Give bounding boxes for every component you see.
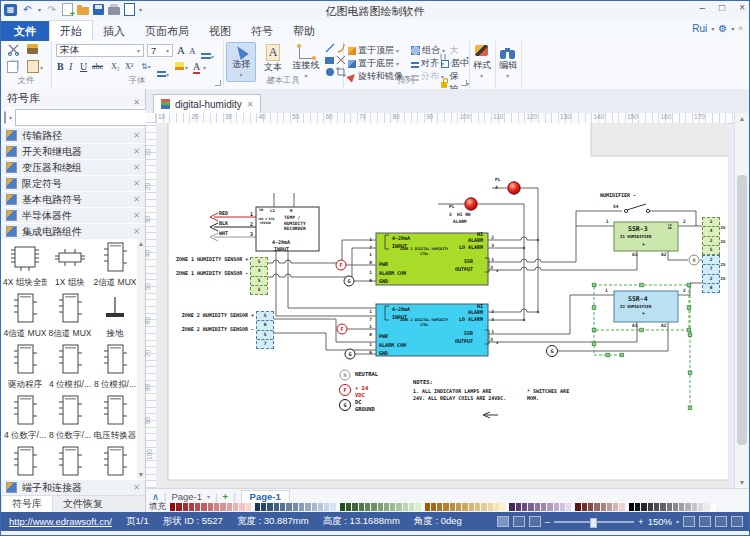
color-swatch[interactable] — [274, 503, 279, 511]
color-swatch[interactable] — [378, 503, 383, 511]
category-row[interactable]: 变压器和绕组✕ — [1, 159, 145, 176]
color-swatch[interactable] — [456, 503, 461, 511]
category-close-icon[interactable]: ✕ — [133, 211, 140, 220]
paste-icon[interactable] — [27, 60, 39, 73]
arrange-dialog-launcher[interactable] — [461, 80, 467, 86]
settings-caret-icon[interactable]: ▾ — [731, 25, 734, 32]
color-swatch[interactable] — [641, 503, 646, 511]
symbol-item[interactable]: 接地 — [93, 292, 137, 340]
color-swatch[interactable] — [673, 503, 678, 511]
cut-scissors-icon[interactable] — [7, 44, 21, 56]
color-swatch[interactable] — [280, 503, 285, 511]
ribbon-tab-3[interactable]: 插入 — [93, 21, 135, 41]
color-swatch[interactable] — [359, 503, 364, 511]
color-swatch[interactable] — [431, 503, 436, 511]
scrollbar-thumb[interactable] — [737, 175, 747, 445]
style-caret-icon[interactable]: ▾ — [480, 72, 483, 79]
symbol-item[interactable]: 4信道 MUX — [3, 292, 47, 340]
bold-button[interactable]: B — [57, 61, 64, 72]
color-swatch[interactable] — [365, 503, 370, 511]
document-tab[interactable]: digital-humidity ✕ — [153, 94, 261, 113]
color-swatch[interactable] — [352, 503, 357, 511]
color-swatch[interactable] — [305, 503, 310, 511]
color-swatch[interactable] — [443, 503, 448, 511]
font-family-select[interactable]: 宋体▾ — [56, 44, 144, 57]
collapse-pagebar-icon[interactable]: ∧ — [152, 491, 159, 502]
color-swatch[interactable] — [195, 503, 200, 511]
category-terminals[interactable]: 端子和连接器 ✕ — [1, 479, 145, 496]
color-swatch[interactable] — [629, 503, 634, 511]
color-swatch[interactable] — [437, 503, 442, 511]
symbol-item[interactable]: 4X 组块全部 — [3, 241, 47, 289]
color-swatch[interactable] — [183, 503, 188, 511]
format-painter-icon[interactable] — [27, 44, 38, 54]
color-swatch[interactable] — [522, 503, 527, 511]
category-row[interactable]: 开关和继电器✕ — [1, 143, 145, 160]
font-dialog-launcher[interactable] — [215, 80, 221, 86]
color-swatch[interactable] — [488, 503, 493, 511]
color-swatch[interactable] — [554, 503, 559, 511]
font-color-caret-icon[interactable]: ▾ — [203, 64, 206, 71]
align-button[interactable]: 对齐▾ — [411, 57, 444, 70]
symbol-item[interactable]: 电压转换器 — [93, 394, 137, 442]
view-presentation-icon[interactable] — [529, 516, 541, 527]
color-swatch[interactable] — [390, 503, 395, 511]
pan-window-icon[interactable] — [699, 516, 711, 527]
category-close-icon[interactable]: ✕ — [133, 483, 140, 492]
category-row[interactable]: 基本电路符号✕ — [1, 191, 145, 208]
maximize-button[interactable]: □ — [719, 2, 725, 13]
pilot-lamp-pl3[interactable] — [465, 198, 477, 210]
color-swatch[interactable] — [396, 503, 401, 511]
color-swatch[interactable] — [261, 503, 266, 511]
color-swatch[interactable] — [648, 503, 653, 511]
color-swatch[interactable] — [403, 503, 408, 511]
color-swatch[interactable] — [318, 503, 323, 511]
color-swatch[interactable] — [494, 503, 499, 511]
scroll-down-icon[interactable]: ▼ — [735, 479, 749, 486]
color-swatch[interactable] — [450, 503, 455, 511]
copy-icon[interactable] — [7, 61, 18, 73]
account-caret-icon[interactable]: ▾ — [711, 25, 714, 32]
category-row[interactable]: 集成电路组件✕ — [1, 223, 145, 240]
category-close-icon[interactable]: ✕ — [133, 227, 140, 236]
symbol-item[interactable] — [48, 445, 92, 479]
symbol-grid-scrollbar[interactable]: ▲ ▼ — [137, 239, 145, 479]
italic-button[interactable]: I — [69, 61, 72, 72]
color-swatch[interactable] — [560, 503, 565, 511]
page-tab[interactable]: Page-1 — [241, 490, 290, 503]
color-swatch[interactable] — [613, 503, 618, 511]
font-size-select[interactable]: 7▾ — [147, 44, 173, 57]
color-swatch[interactable] — [246, 503, 251, 511]
ribbon-tab-5[interactable]: 视图 — [199, 21, 241, 41]
zoom-level[interactable]: 150% — [648, 516, 672, 527]
color-swatch[interactable] — [469, 503, 474, 511]
rectangle-shape-icon[interactable] — [324, 55, 335, 65]
line-shape-icon[interactable] — [324, 43, 335, 53]
color-swatch[interactable] — [619, 503, 624, 511]
zoom-slider[interactable] — [554, 521, 634, 523]
color-swatch[interactable] — [667, 503, 672, 511]
symbol-item[interactable]: 驱动程序 — [3, 343, 47, 391]
symbol-item[interactable]: 2信道 MUX — [93, 241, 137, 289]
symbol-item[interactable]: 8信道 MUX — [48, 292, 92, 340]
style-button[interactable]: 样式 — [469, 59, 495, 72]
view-fullpage-icon[interactable] — [513, 516, 525, 527]
settings-gear-icon[interactable]: ⚙ — [718, 23, 727, 34]
color-swatch[interactable] — [340, 503, 345, 511]
edit-button[interactable]: 编辑 — [495, 59, 521, 72]
category-row[interactable]: 传输路径✕ — [1, 127, 145, 144]
zoom-slider-thumb[interactable] — [590, 518, 597, 528]
document-tab-close-icon[interactable]: ✕ — [247, 100, 254, 109]
color-swatch[interactable] — [170, 503, 175, 511]
color-swatch[interactable] — [220, 503, 225, 511]
color-swatch[interactable] — [227, 503, 232, 511]
color-swatch[interactable] — [239, 503, 244, 511]
color-swatch[interactable] — [324, 503, 329, 511]
color-swatch[interactable] — [293, 503, 298, 511]
grow-font-button[interactable]: A — [177, 44, 185, 56]
library-book-icon[interactable] — [4, 111, 6, 124]
color-swatch[interactable] — [176, 503, 181, 511]
symbol-item[interactable]: 4 位数字/... — [3, 394, 47, 442]
symbol-item[interactable]: 1X 组块 — [48, 241, 92, 289]
symbol-item[interactable]: 8 位数字/... — [48, 394, 92, 442]
